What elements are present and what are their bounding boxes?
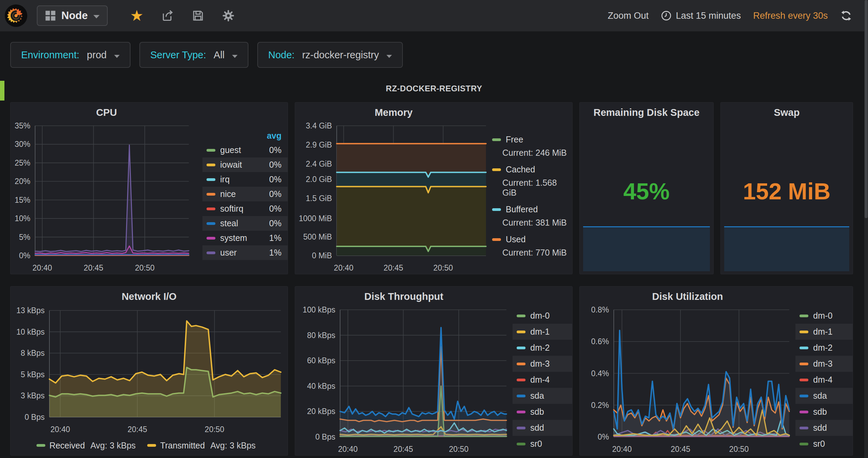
refresh-icon (840, 10, 852, 22)
network-graph[interactable]: 0 Bps3 kBps5 kBps8 kBps10 kBps13 kBps20:… (11, 305, 288, 436)
svg-text:5%: 5% (19, 233, 30, 242)
legend-current-value: Current: 381 MiB (492, 218, 572, 228)
series-color-swatch (207, 149, 215, 152)
time-picker-button[interactable]: Last 15 minutes (661, 10, 741, 21)
legend-item-irq[interactable]: irq0% (202, 172, 288, 187)
panel-title-swap[interactable]: Swap (721, 103, 853, 121)
legend-item-dm-2[interactable]: dm-2 (795, 340, 853, 356)
series-color-swatch (492, 238, 501, 241)
svg-text:20:50: 20:50 (729, 445, 749, 454)
legend-item-dm-4[interactable]: dm-4 (513, 372, 572, 388)
legend-current-value: Current: 246 MiB (492, 148, 572, 158)
row-title[interactable]: RZ-DOCKER-REGISTRY (0, 78, 868, 99)
legend-item-dm-4[interactable]: dm-4 (795, 372, 853, 388)
legend-item-Received[interactable]: Received (36, 441, 85, 451)
svg-text:500 MiB: 500 MiB (303, 232, 332, 241)
disk_throughput-chart-svg: 0 Bps20 kBps40 kBps60 kBps80 kBps100 kBp… (295, 305, 513, 455)
svg-text:20:50: 20:50 (433, 263, 453, 272)
svg-text:2.9 GiB: 2.9 GiB (306, 140, 332, 149)
legend-item-dm-1[interactable]: dm-1 (513, 324, 572, 340)
legend-item-dm-2[interactable]: dm-2 (513, 340, 572, 356)
legend-item-sr0[interactable]: sr0 (795, 436, 853, 452)
dashboard-picker[interactable]: Node (37, 5, 108, 26)
gear-icon (222, 9, 235, 22)
series-color-swatch (207, 222, 215, 225)
legend-item-sdb[interactable]: sdb (795, 404, 853, 420)
refresh-interval-button[interactable]: Refresh every 30s (753, 11, 828, 21)
legend-item-guest[interactable]: guest0% (202, 143, 288, 157)
scrollbar[interactable] (864, 0, 868, 458)
panel-title-cpu[interactable]: CPU (11, 103, 288, 121)
panel-memory: Memory 0 MiB500 MiB1000 MiB1.5 GiB2.0 Gi… (295, 102, 573, 274)
legend-item-sda[interactable]: sda (513, 388, 572, 404)
svg-text:10 kBps: 10 kBps (16, 327, 45, 336)
variable-label: Server Type: (150, 49, 206, 61)
svg-text:20%: 20% (15, 177, 30, 186)
legend-item-softirq[interactable]: softirq0% (202, 201, 288, 216)
panel-title-disk-throughput[interactable]: Disk Throughput (295, 287, 572, 305)
svg-text:0%: 0% (19, 251, 30, 260)
svg-text:0.2%: 0.2% (591, 401, 609, 410)
legend-item-Buffered[interactable]: BufferedCurrent: 381 MiB (492, 204, 572, 228)
variable-server-type[interactable]: Server Type: All (139, 42, 248, 68)
legend-item-dm-0[interactable]: dm-0 (513, 308, 572, 324)
disk-throughput-graph[interactable]: 0 Bps20 kBps40 kBps60 kBps80 kBps100 kBp… (295, 305, 513, 455)
variable-environment[interactable]: Environment: prod (10, 42, 131, 68)
legend-item-Transmitted[interactable]: Transmitted (147, 441, 205, 451)
legend-item-Used[interactable]: UsedCurrent: 770 MiB (492, 234, 572, 258)
memory-graph[interactable]: 0 MiB500 MiB1000 MiB1.5 GiB2.0 GiB2.4 Gi… (295, 121, 492, 274)
series-color-swatch (800, 395, 808, 397)
series-color-swatch (517, 347, 526, 349)
legend-item-dm-3[interactable]: dm-3 (513, 356, 572, 372)
legend-item-sdd[interactable]: sdd (795, 420, 853, 436)
dashboard-title: Node (61, 10, 88, 22)
legend-item-iowait[interactable]: iowait0% (202, 157, 288, 172)
navbar: Node ★ (0, 0, 868, 31)
legend-avg-value: Avg: 3 kBps (210, 441, 256, 451)
refresh-button[interactable] (840, 10, 852, 22)
chevron-down-icon (232, 55, 238, 58)
share-button[interactable] (161, 9, 174, 22)
legend-item-system[interactable]: system1% (202, 231, 288, 245)
scrollbar-thumb[interactable] (865, 0, 868, 218)
panel-title-disk-space[interactable]: Remaining Disk Space (580, 103, 713, 121)
legend-avg-header[interactable]: avg (267, 131, 281, 141)
legend-item-Cached[interactable]: CachedCurrent: 1.568 GiB (492, 165, 572, 198)
legend-item-dm-0[interactable]: dm-0 (795, 308, 853, 324)
panel-title-memory[interactable]: Memory (295, 103, 572, 121)
legend-item-dm-3[interactable]: dm-3 (795, 356, 853, 372)
series-color-swatch (36, 444, 45, 447)
svg-text:20:45: 20:45 (384, 263, 403, 272)
chevron-down-icon (386, 55, 392, 58)
zoom-out-button[interactable]: Zoom Out (608, 11, 649, 21)
cpu-graph[interactable]: 0%5%10%15%20%25%30%35%20:4020:4520:50 (11, 121, 202, 274)
panel-network-io: Network I/O 0 Bps3 kBps5 kBps8 kBps10 kB… (10, 286, 288, 456)
star-button[interactable]: ★ (130, 8, 143, 23)
panel-cpu: CPU 0%5%10%15%20%25%30%35%20:4020:4520:5… (10, 102, 288, 274)
panel-title-network[interactable]: Network I/O (11, 287, 288, 305)
svg-text:20 kBps: 20 kBps (307, 407, 335, 416)
legend-item-user[interactable]: user1% (202, 245, 288, 260)
legend-item-sdd[interactable]: sdd (513, 420, 572, 436)
legend-item-sr0[interactable]: sr0 (513, 436, 572, 452)
legend-item-steal[interactable]: steal0% (202, 216, 288, 231)
series-color-swatch (492, 138, 501, 141)
time-range-label: Last 15 minutes (676, 11, 741, 21)
legend-item-nice[interactable]: nice0% (202, 187, 288, 201)
network-chart-svg: 0 Bps3 kBps5 kBps8 kBps10 kBps13 kBps20:… (11, 305, 288, 436)
panel-title-disk-utilization[interactable]: Disk Utilization (580, 287, 853, 305)
settings-button[interactable] (222, 9, 235, 22)
legend-item-sda[interactable]: sda (795, 388, 853, 404)
legend-item-dm-1[interactable]: dm-1 (795, 324, 853, 340)
disk-utilization-graph[interactable]: 0%0.2%0.4%0.6%0.8%20:4020:4520:50 (580, 305, 795, 455)
legend-current-value: Current: 770 MiB (492, 248, 572, 258)
variable-node[interactable]: Node: rz-docker-registry (257, 42, 403, 68)
save-button[interactable] (192, 10, 204, 22)
variable-label: Environment: (21, 49, 79, 61)
disk-space-sparkline (583, 226, 710, 271)
legend-item-sdb[interactable]: sdb (513, 404, 572, 420)
legend-item-Free[interactable]: FreeCurrent: 246 MiB (492, 135, 572, 158)
disk_utilization-chart-svg: 0%0.2%0.4%0.6%0.8%20:4020:4520:50 (580, 305, 795, 455)
series-color-swatch (517, 395, 526, 397)
grafana-logo[interactable] (5, 4, 27, 27)
